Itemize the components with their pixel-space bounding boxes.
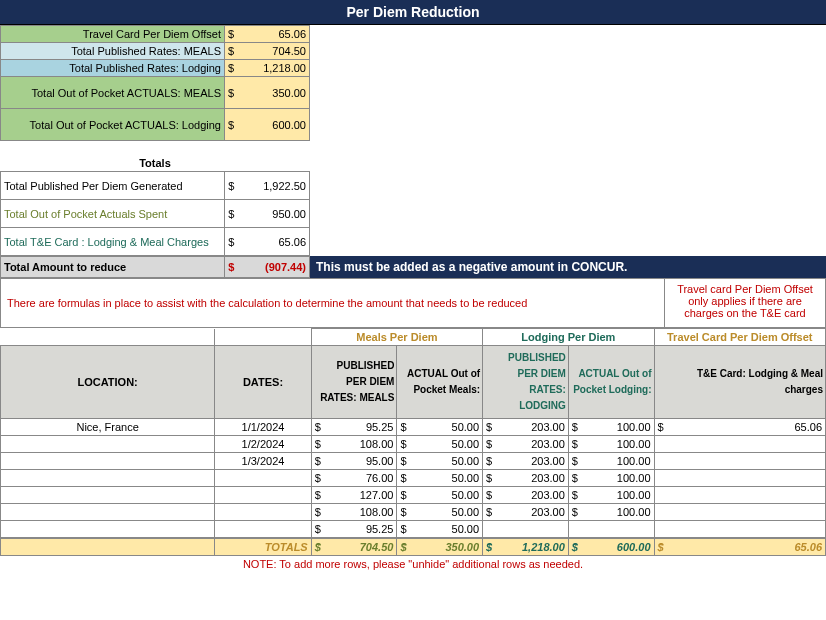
totals-label: Total Out of Pocket Actuals Spent <box>1 200 225 228</box>
col-group-offset: Travel Card Per Diem Offset <box>654 329 825 346</box>
totals-header: Totals <box>1 155 310 172</box>
totals-table: Totals Total Published Per Diem Generate… <box>0 155 310 256</box>
col-te-card: T&E Card: Lodging & Meal charges <box>654 346 825 419</box>
cell[interactable] <box>654 487 825 504</box>
totals-label: Total Amount to reduce <box>1 257 225 278</box>
table-row: $95.25$50.00 <box>1 521 826 538</box>
cell[interactable] <box>1 470 215 487</box>
cell[interactable]: 1/3/2024 <box>215 453 311 470</box>
cell[interactable]: $95.25 <box>311 521 397 538</box>
col-location: LOCATION: <box>1 346 215 419</box>
cell[interactable]: $100.00 <box>568 453 654 470</box>
cell[interactable] <box>1 487 215 504</box>
cell[interactable] <box>1 521 215 538</box>
cell[interactable]: $108.00 <box>311 436 397 453</box>
summary-label: Total Out of Pocket ACTUALS: Lodging <box>1 109 225 141</box>
cell[interactable]: $50.00 <box>397 470 483 487</box>
totals-value: $(907.44) <box>225 257 310 278</box>
summary-value: $65.06 <box>225 26 310 43</box>
table-row: $108.00$50.00$203.00$100.00 <box>1 504 826 521</box>
cell[interactable]: $50.00 <box>397 487 483 504</box>
cell[interactable]: $127.00 <box>311 487 397 504</box>
cell[interactable] <box>568 521 654 538</box>
cell[interactable] <box>215 521 311 538</box>
cell[interactable]: $100.00 <box>568 436 654 453</box>
col-group-meals: Meals Per Diem <box>311 329 482 346</box>
cell[interactable]: $50.00 <box>397 419 483 436</box>
cell[interactable] <box>654 504 825 521</box>
totals-row: TOTALS $704.50 $350.00 $1,218.00 $600.00… <box>1 539 826 556</box>
cell[interactable]: $203.00 <box>483 453 569 470</box>
cell[interactable] <box>215 470 311 487</box>
totals-label: Total Published Per Diem Generated <box>1 172 225 200</box>
col-group-lodging: Lodging Per Diem <box>483 329 654 346</box>
summary-label: Total Published Rates: MEALS <box>1 43 225 60</box>
cell[interactable]: $203.00 <box>483 487 569 504</box>
cell[interactable]: $100.00 <box>568 487 654 504</box>
summary-label: Total Published Rates: Lodging <box>1 60 225 77</box>
cell[interactable]: $76.00 <box>311 470 397 487</box>
cell[interactable] <box>654 436 825 453</box>
unhide-note: NOTE: To add more rows, please "unhide" … <box>1 556 826 573</box>
cell[interactable] <box>483 521 569 538</box>
cell[interactable]: $100.00 <box>568 504 654 521</box>
col-act-lodg: ACTUAL Out of Pocket Lodging: <box>568 346 654 419</box>
cell[interactable]: $95.25 <box>311 419 397 436</box>
table-row: Nice, France1/1/2024$95.25$50.00$203.00$… <box>1 419 826 436</box>
formula-note: There are formulas in place to assist wi… <box>1 279 665 327</box>
cell[interactable] <box>654 453 825 470</box>
summary-label: Travel Card Per Diem Offset <box>1 26 225 43</box>
detail-table: Meals Per Diem Lodging Per Diem Travel C… <box>0 328 826 572</box>
col-pub-meals: PUBLISHED PER DIEM RATES: MEALS <box>311 346 397 419</box>
cell[interactable]: $100.00 <box>568 419 654 436</box>
cell[interactable] <box>215 487 311 504</box>
cell[interactable]: $100.00 <box>568 470 654 487</box>
summary-value: $350.00 <box>225 77 310 109</box>
cell[interactable]: $50.00 <box>397 453 483 470</box>
cell[interactable] <box>1 504 215 521</box>
cell[interactable] <box>654 521 825 538</box>
cell[interactable]: 1/1/2024 <box>215 419 311 436</box>
table-row: 1/2/2024$108.00$50.00$203.00$100.00 <box>1 436 826 453</box>
cell[interactable]: $50.00 <box>397 521 483 538</box>
table-row: $127.00$50.00$203.00$100.00 <box>1 487 826 504</box>
cell[interactable]: $50.00 <box>397 436 483 453</box>
table-row: 1/3/2024$95.00$50.00$203.00$100.00 <box>1 453 826 470</box>
cell[interactable] <box>215 504 311 521</box>
cell[interactable]: $203.00 <box>483 436 569 453</box>
page-title: Per Diem Reduction <box>0 0 826 25</box>
summary-table: Travel Card Per Diem Offset $65.06 Total… <box>0 25 310 141</box>
col-dates: DATES: <box>215 346 311 419</box>
col-act-meals: ACTUAL Out of Pocket Meals: <box>397 346 483 419</box>
totals-value: $65.06 <box>225 228 310 256</box>
summary-label: Total Out of Pocket ACTUALS: MEALS <box>1 77 225 109</box>
cell[interactable]: $108.00 <box>311 504 397 521</box>
cell[interactable]: Nice, France <box>1 419 215 436</box>
cell[interactable]: $65.06 <box>654 419 825 436</box>
table-row: $76.00$50.00$203.00$100.00 <box>1 470 826 487</box>
summary-value: $600.00 <box>225 109 310 141</box>
totals-value: $950.00 <box>225 200 310 228</box>
cell[interactable]: $203.00 <box>483 504 569 521</box>
totals-value: $1,922.50 <box>225 172 310 200</box>
col-pub-lodg: PUBLISHED PER DIEM RATES: LODGING <box>483 346 569 419</box>
cell[interactable] <box>1 436 215 453</box>
cell[interactable] <box>654 470 825 487</box>
cell[interactable]: $95.00 <box>311 453 397 470</box>
cell[interactable]: $203.00 <box>483 470 569 487</box>
cell[interactable]: $50.00 <box>397 504 483 521</box>
concur-note: This must be added as a negative amount … <box>310 256 826 278</box>
summary-value: $1,218.00 <box>225 60 310 77</box>
cell[interactable] <box>1 453 215 470</box>
cell[interactable]: $203.00 <box>483 419 569 436</box>
totals-label: Total T&E Card : Lodging & Meal Charges <box>1 228 225 256</box>
offset-note: Travel card Per Diem Offset only applies… <box>665 279 825 327</box>
cell[interactable]: 1/2/2024 <box>215 436 311 453</box>
summary-value: $704.50 <box>225 43 310 60</box>
